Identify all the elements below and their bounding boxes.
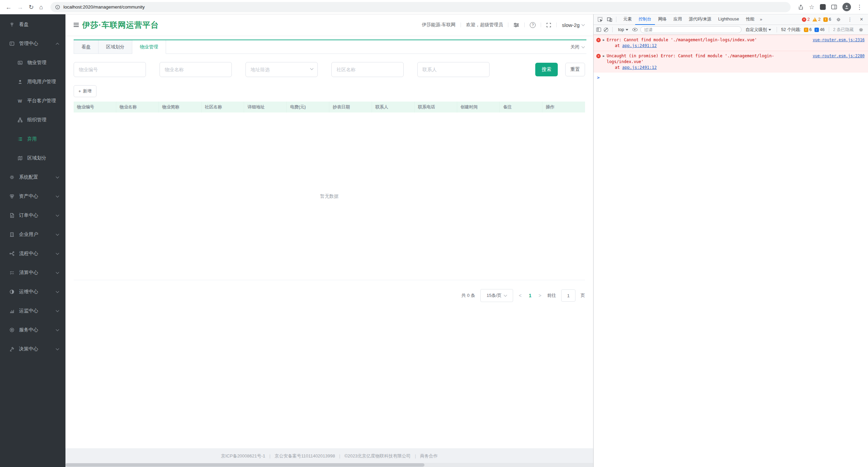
document-icon [9, 213, 15, 218]
property-id-input[interactable] [74, 62, 146, 77]
execution-context-select[interactable]: top [617, 27, 630, 32]
devtools-tab-console[interactable]: 控制台 [635, 14, 655, 25]
bookmark-star-icon[interactable]: ☆ [809, 4, 814, 10]
search-button[interactable]: 搜索 [535, 63, 558, 76]
sidebar-group-asset-center[interactable]: 资产中心 [0, 187, 65, 206]
devtools-tab-sources[interactable]: 源代码/来源 [686, 14, 715, 25]
community-name-input[interactable] [331, 62, 404, 77]
console-prompt-chevron[interactable]: > [594, 73, 868, 82]
forward-icon[interactable]: → [17, 4, 23, 10]
business-cooperation-link[interactable]: 商务合作 [420, 453, 438, 459]
sidebar-item-region-division[interactable]: 区域划分 [0, 149, 65, 168]
share-icon[interactable] [798, 4, 804, 10]
chevron-down-icon [504, 293, 507, 297]
next-page-button[interactable]: > [538, 293, 542, 298]
network-throttle-select[interactable]: slow-2g [562, 22, 584, 28]
home-icon[interactable]: ⌂ [39, 4, 43, 10]
tab-property-management[interactable]: 物业管理 [132, 40, 166, 54]
devtools-tab-network[interactable]: 网络 [655, 14, 670, 25]
sidebar-item-platform-customer-management[interactable]: W 平台客户管理 [0, 91, 65, 110]
source-location-link[interactable]: vue-router.esm.js:2316 [813, 37, 865, 43]
devtools-menu-kebab-icon[interactable]: ⋮ [845, 15, 854, 24]
fullscreen-icon[interactable] [546, 22, 551, 28]
device-toolbar-icon[interactable] [605, 15, 614, 24]
scrollbar-thumb[interactable] [65, 463, 424, 467]
property-name-input[interactable] [160, 62, 232, 77]
sidebar-group-decision-center[interactable]: 决策中心 [0, 340, 65, 359]
console-settings-gear-icon[interactable] [856, 26, 865, 34]
browser-menu-kebab-icon[interactable]: ⋮ [856, 4, 863, 10]
add-button[interactable]: + 新增 [74, 85, 96, 97]
warning-count-badge[interactable]: 2 [812, 17, 821, 22]
sidebar-group-enterprise-users[interactable]: 企业用户 [0, 225, 65, 244]
sidebar-item-power-user-management[interactable]: 用电用户管理 [0, 72, 65, 91]
hamburger-icon[interactable] [74, 23, 79, 27]
profile-avatar[interactable] [842, 3, 851, 11]
reset-button[interactable]: 重置 [565, 63, 585, 76]
page-size-select[interactable]: 15条/页 [480, 289, 513, 302]
console-filter-input[interactable] [640, 26, 741, 33]
page-title: 伊莎·车联网运营平台 [82, 20, 159, 30]
chevron-down-icon [56, 290, 59, 293]
tabs-close-dropdown[interactable]: 关闭 [570, 40, 586, 54]
site-info-icon[interactable] [55, 5, 60, 10]
col-electric-fee: 电费(元) [287, 102, 329, 112]
sidebar-group-service-center[interactable]: 服务中心 [0, 320, 65, 340]
checklist-icon [9, 270, 15, 275]
address-filter-select[interactable] [245, 62, 318, 77]
sliders-icon[interactable] [513, 22, 519, 28]
table-header-row: 物业编号 物业名称 物业简称 社区名称 详细地址 电费(元) 抄表日期 联系人 … [74, 102, 585, 112]
bar-chart-icon [9, 308, 15, 314]
sidebar-item-deprecated[interactable]: 弃用 [0, 130, 65, 149]
hidden-messages-text[interactable]: 2 条已隐藏 [833, 27, 854, 33]
devtools-close-icon[interactable]: × [857, 15, 866, 24]
sidebar-group-ops-center[interactable]: 运维中心 [0, 282, 65, 301]
console-sidebar-toggle-icon[interactable] [596, 28, 601, 32]
sidebar-group-system-config[interactable]: 系统配置 [0, 168, 65, 187]
side-panel-icon[interactable] [831, 4, 837, 10]
address-bar[interactable]: localhost:2020/management/community [50, 2, 791, 12]
prev-page-button[interactable]: < [518, 293, 522, 298]
toolbar-issues-badge[interactable]: ! 6 [804, 27, 812, 32]
col-contact-phone: 联系电话 [415, 102, 457, 112]
sidebar-group-order-center[interactable]: 订单中心 [0, 206, 65, 225]
tab-dashboard[interactable]: 看盘 [74, 40, 99, 54]
contact-input[interactable] [417, 62, 490, 77]
issues-count-badge[interactable]: ! 6 [823, 17, 831, 22]
goto-page-input[interactable] [561, 289, 575, 302]
more-tabs-icon[interactable]: » [758, 14, 764, 25]
toolbar-messages-badge[interactable]: i 46 [814, 27, 825, 32]
sidebar-item-property-management[interactable]: 物业管理 [0, 53, 65, 72]
devtools-tab-performance[interactable]: 性能 [743, 14, 758, 25]
log-level-select[interactable]: 自定义级别 [744, 27, 773, 33]
stack-frame-link[interactable]: app.js:2491:12 [622, 43, 657, 48]
sidebar-item-dashboard[interactable]: 看盘 [0, 15, 65, 34]
sidebar-group-monitoring-center[interactable]: 运监中心 [0, 301, 65, 320]
horizontal-scrollbar[interactable] [65, 463, 593, 467]
reload-icon[interactable]: ↻ [29, 4, 34, 10]
back-icon[interactable]: ← [5, 4, 12, 10]
sidebar-group-process-center[interactable]: 流程中心 [0, 244, 65, 263]
help-icon[interactable]: ? [530, 22, 536, 28]
current-page[interactable]: 1 [527, 293, 533, 298]
devtools-tab-application[interactable]: 应用 [670, 14, 686, 25]
live-expression-eye-icon[interactable] [632, 28, 638, 31]
sidebar-group-management-center[interactable]: 管理中心 [0, 34, 65, 53]
tab-region-division[interactable]: 区域划分 [99, 40, 132, 54]
error-count-badge[interactable]: × 2 [802, 17, 810, 22]
sidebar-group-clearing-center[interactable]: 清算中心 [0, 263, 65, 282]
expand-triangle-icon[interactable]: ▶ [603, 54, 604, 58]
stack-frame-link[interactable]: app.js:2491:12 [622, 65, 657, 70]
col-contact: 联系人 [372, 102, 415, 112]
devtools-tab-elements[interactable]: 元素 [620, 14, 635, 25]
inspect-element-icon[interactable] [596, 15, 604, 24]
devtools-settings-gear-icon[interactable] [834, 15, 843, 24]
devtools-tab-lighthouse[interactable]: Lighthouse [715, 14, 742, 25]
extension-icon[interactable] [820, 4, 826, 10]
copyright-text: ©2023北京亿度物联科技有限公司 [344, 453, 411, 459]
sidebar-item-organization-management[interactable]: 组织管理 [0, 110, 65, 130]
source-location-link[interactable]: vue-router.esm.js:2280 [813, 53, 865, 59]
expand-triangle-icon[interactable]: ▶ [603, 38, 604, 42]
plus-icon: + [78, 89, 81, 94]
clear-console-icon[interactable] [604, 28, 608, 32]
